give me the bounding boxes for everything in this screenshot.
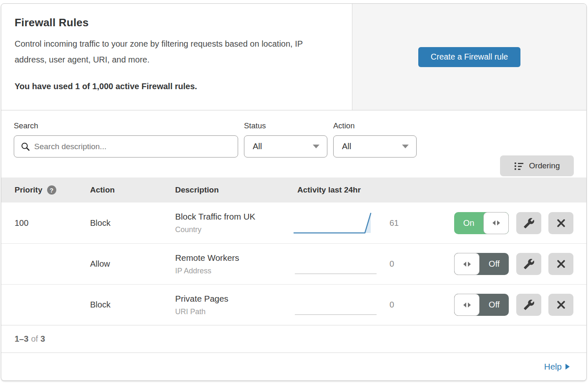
activity-count: 0 — [389, 259, 394, 269]
wrench-icon — [523, 258, 535, 270]
footer: Help — [1, 352, 586, 380]
toggle-handle — [454, 253, 480, 275]
ordering-label: Ordering — [529, 161, 560, 170]
activity-count: 61 — [389, 218, 399, 228]
table-row: Block Private Pages URI Path 0 Off — [1, 284, 586, 325]
delete-rule-button[interactable] — [548, 294, 573, 316]
toggle-state-label: On — [454, 212, 483, 234]
search-input[interactable] — [34, 142, 232, 151]
status-label: Status — [244, 121, 327, 130]
create-firewall-rule-button[interactable]: Create a Firewall rule — [418, 47, 520, 67]
arrow-right-icon — [565, 364, 570, 370]
filter-bar: Search Status All Action — [1, 110, 586, 178]
table-header: Priority ? Action Description Activity l… — [1, 178, 586, 202]
rule-activity-cell: 0 — [293, 252, 452, 275]
page-title: Firewall Rules — [15, 16, 335, 29]
action-group: Action All — [333, 121, 417, 178]
edit-rule-button[interactable] — [516, 253, 541, 275]
arrow-right-icon — [468, 262, 471, 267]
rule-description-cell: Private Pages URI Path — [175, 294, 293, 316]
rule-controls: On — [452, 212, 573, 234]
arrow-left-icon — [493, 220, 495, 225]
search-box — [14, 135, 238, 158]
activity-sparkline — [293, 293, 378, 316]
header-action-panel: Create a Firewall rule — [352, 4, 586, 110]
close-icon — [556, 259, 566, 269]
close-icon — [556, 300, 566, 310]
table-row: Allow Remote Workers IP Address 0 Off — [1, 243, 586, 284]
list-icon — [514, 161, 524, 170]
help-link[interactable]: Help — [544, 362, 570, 372]
toggle-handle — [454, 294, 480, 316]
wrench-icon — [523, 299, 535, 310]
chevron-down-icon — [313, 145, 319, 148]
rule-description: Block Traffic from UK — [175, 212, 293, 222]
rule-enabled-toggle[interactable]: Off — [454, 294, 509, 316]
activity-sparkline — [293, 252, 378, 275]
pagination-total: 3 — [40, 334, 45, 344]
rule-type: IP Address — [175, 267, 293, 275]
status-value: All — [253, 142, 313, 151]
pagination-of: of — [31, 334, 38, 344]
delete-rule-button[interactable] — [548, 253, 573, 275]
arrow-right-icon — [497, 220, 500, 225]
rule-description-cell: Remote Workers IP Address — [175, 253, 293, 275]
column-description: Description — [175, 185, 293, 195]
rule-enabled-toggle[interactable]: On — [454, 212, 509, 234]
rule-type: Country — [175, 225, 293, 234]
edit-rule-button[interactable] — [516, 212, 541, 234]
rule-description: Remote Workers — [175, 253, 293, 263]
rule-priority: 100 — [15, 218, 90, 228]
column-action: Action — [90, 185, 175, 195]
rule-enabled-toggle[interactable]: Off — [454, 253, 509, 275]
activity-sparkline — [293, 212, 378, 235]
status-group: Status All — [244, 121, 327, 178]
column-priority: Priority ? — [15, 185, 90, 195]
rule-description-cell: Block Traffic from UK Country — [175, 212, 293, 234]
search-icon — [21, 142, 30, 151]
rule-action: Allow — [90, 259, 175, 269]
activity-count: 0 — [389, 300, 394, 310]
rule-action: Block — [90, 300, 175, 310]
action-value: All — [342, 142, 402, 151]
toggle-handle — [483, 212, 509, 234]
header-section: Firewall Rules Control incoming traffic … — [1, 4, 586, 110]
usage-note: You have used 1 of 1,000 active Firewall… — [15, 82, 335, 91]
question-mark-icon[interactable]: ? — [47, 185, 56, 195]
delete-rule-button[interactable] — [548, 212, 573, 234]
rule-controls: Off — [452, 294, 573, 316]
toggle-state-label: Off — [480, 253, 509, 275]
search-group: Search — [14, 121, 238, 178]
status-select[interactable]: All — [244, 135, 327, 158]
arrow-left-icon — [463, 262, 466, 267]
rule-activity-cell: 61 — [293, 212, 452, 235]
search-label: Search — [14, 121, 238, 130]
action-label: Action — [333, 121, 417, 130]
column-activity: Activity last 24hr — [293, 185, 452, 195]
action-select[interactable]: All — [333, 135, 417, 158]
arrow-right-icon — [468, 302, 471, 308]
rule-action: Block — [90, 218, 175, 228]
help-label: Help — [544, 362, 562, 372]
rule-controls: Off — [452, 253, 573, 275]
firewall-rules-card: Firewall Rules Control incoming traffic … — [1, 3, 587, 381]
close-icon — [556, 218, 566, 228]
pagination: 1–3 of 3 — [1, 325, 586, 352]
header-text-panel: Firewall Rules Control incoming traffic … — [1, 4, 352, 110]
rule-type: URI Path — [175, 308, 293, 316]
wrench-icon — [523, 218, 535, 229]
arrow-left-icon — [463, 302, 466, 308]
rule-activity-cell: 0 — [293, 293, 452, 316]
ordering-button[interactable]: Ordering — [500, 155, 574, 176]
table-body: 100 Block Block Traffic from UK Country … — [1, 202, 586, 325]
page-description: Control incoming traffic to your zone by… — [15, 36, 335, 68]
table-row: 100 Block Block Traffic from UK Country … — [1, 202, 586, 243]
pagination-range: 1–3 — [15, 334, 28, 344]
edit-rule-button[interactable] — [516, 294, 541, 316]
toggle-state-label: Off — [480, 294, 509, 316]
rule-description: Private Pages — [175, 294, 293, 304]
page: Firewall Rules Control incoming traffic … — [0, 0, 588, 385]
chevron-down-icon — [402, 145, 409, 148]
